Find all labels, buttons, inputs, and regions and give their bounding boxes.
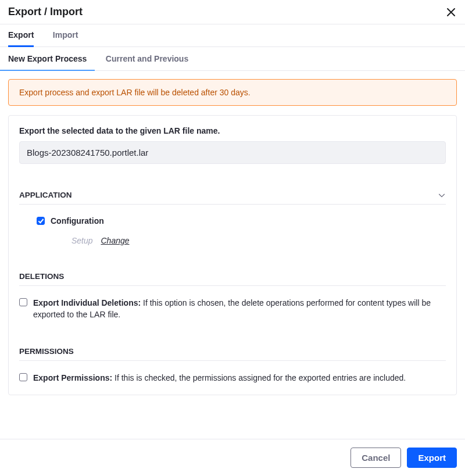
permissions-text: Export Permissions: If this is checked, … bbox=[33, 373, 406, 384]
export-deletions-checkbox[interactable] bbox=[19, 298, 27, 306]
setup-label: Setup bbox=[71, 236, 93, 245]
export-prompt: Export the selected data to the given LA… bbox=[19, 126, 446, 135]
configuration-label: Configuration bbox=[51, 216, 104, 226]
cancel-button[interactable]: Cancel bbox=[350, 448, 401, 468]
tab-export[interactable]: Export bbox=[8, 24, 34, 46]
close-icon bbox=[446, 8, 456, 17]
content-area: Export process and export LAR file will … bbox=[0, 71, 465, 395]
section-application-header[interactable]: APPLICATION bbox=[19, 191, 446, 205]
primary-tabs: Export Import bbox=[0, 24, 465, 47]
lar-filename-input[interactable] bbox=[19, 141, 446, 164]
export-panel: Export the selected data to the given LA… bbox=[8, 115, 457, 395]
section-deletions: DELETIONS Export Individual Deletions: I… bbox=[19, 272, 446, 320]
tab-new-export-process[interactable]: New Export Process bbox=[8, 47, 87, 70]
tab-current-and-previous[interactable]: Current and Previous bbox=[106, 47, 188, 70]
section-deletions-header: DELETIONS bbox=[19, 272, 446, 286]
section-application-title: APPLICATION bbox=[19, 191, 72, 199]
section-deletions-title: DELETIONS bbox=[19, 272, 64, 281]
alert-message: Export process and export LAR file will … bbox=[19, 88, 251, 97]
warning-alert: Export process and export LAR file will … bbox=[8, 79, 457, 106]
deletions-checkbox-label: Export Individual Deletions: bbox=[33, 298, 141, 307]
section-permissions: PERMISSIONS Export Permissions: If this … bbox=[19, 347, 446, 384]
permissions-checkbox-label: Export Permissions: bbox=[33, 373, 112, 382]
dialog-footer: Cancel Export bbox=[0, 439, 465, 476]
secondary-tabs: New Export Process Current and Previous bbox=[0, 47, 465, 71]
configuration-checkbox[interactable] bbox=[37, 217, 45, 225]
permissions-row: Export Permissions: If this is checked, … bbox=[19, 373, 446, 384]
chevron-down-icon bbox=[438, 191, 446, 199]
tab-import[interactable]: Import bbox=[53, 24, 78, 46]
section-permissions-title: PERMISSIONS bbox=[19, 347, 74, 356]
section-permissions-header: PERMISSIONS bbox=[19, 347, 446, 361]
export-button[interactable]: Export bbox=[407, 448, 457, 468]
setup-row: Setup Change bbox=[19, 236, 446, 245]
deletions-text: Export Individual Deletions: If this opt… bbox=[33, 298, 446, 320]
deletions-row: Export Individual Deletions: If this opt… bbox=[19, 298, 446, 320]
configuration-row: Configuration bbox=[19, 216, 446, 226]
close-button[interactable] bbox=[445, 6, 457, 18]
permissions-description: If this is checked, the permissions assi… bbox=[115, 373, 406, 382]
dialog-title: Export / Import bbox=[8, 6, 83, 18]
section-application: APPLICATION Configuration Setup Change bbox=[19, 191, 446, 245]
export-permissions-checkbox[interactable] bbox=[19, 373, 27, 381]
change-link[interactable]: Change bbox=[101, 236, 129, 245]
dialog-header: Export / Import bbox=[0, 0, 465, 24]
